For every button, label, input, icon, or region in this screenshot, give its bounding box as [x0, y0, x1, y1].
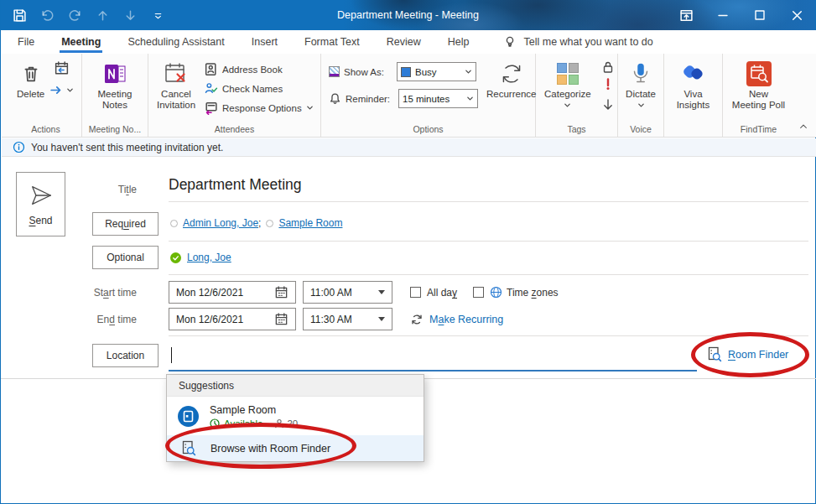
- undo-icon: [40, 8, 55, 23]
- save-button[interactable]: [9, 5, 29, 25]
- minimize-icon: [716, 8, 730, 22]
- attendee-link[interactable]: Sample Room: [278, 217, 342, 229]
- tab-review[interactable]: Review: [383, 30, 424, 54]
- move-up-button[interactable]: [92, 5, 112, 25]
- calendar-arrow-icon: [54, 60, 70, 76]
- attendee-link[interactable]: Long, Joe: [187, 252, 231, 263]
- viva-insights-button[interactable]: Viva Insights: [664, 54, 722, 111]
- send-button[interactable]: Send: [16, 172, 65, 236]
- new-meeting-poll-icon: [746, 60, 772, 87]
- address-book-label: Address Book: [222, 65, 283, 75]
- redo-icon: [68, 8, 82, 23]
- tab-insert[interactable]: Insert: [248, 30, 281, 54]
- all-day-checkbox[interactable]: [410, 287, 421, 298]
- ribbon-display-options-button[interactable]: [668, 0, 704, 30]
- categorize-button[interactable]: Categorize: [544, 54, 591, 112]
- divider: [169, 274, 808, 275]
- divider: [169, 201, 808, 202]
- redo-button[interactable]: [65, 5, 85, 25]
- ribbon-group-options: Show As: Busy Reminder: 15 minutes: [321, 54, 536, 137]
- tab-scheduling-assistant[interactable]: Scheduling Assistant: [124, 30, 227, 54]
- required-attendees: Admin Long, Joe; Sample Room: [170, 217, 342, 229]
- high-importance-icon: [601, 77, 615, 91]
- cancel-invitation-icon: [164, 61, 189, 86]
- optional-button[interactable]: Optional: [92, 246, 159, 269]
- location-button[interactable]: Location: [92, 344, 159, 367]
- cancel-invitation-button[interactable]: Cancel Invitation: [157, 54, 195, 117]
- private-button[interactable]: [601, 60, 615, 74]
- forward-button[interactable]: [49, 84, 74, 96]
- ribbon-group-viva: Viva Insights: [664, 54, 723, 137]
- show-as-icon: [329, 66, 340, 77]
- reminder-select[interactable]: 15 minutes: [398, 89, 478, 108]
- required-button[interactable]: Required: [92, 212, 159, 236]
- location-input[interactable]: [169, 344, 697, 369]
- globe-icon: [490, 286, 502, 299]
- maximize-button[interactable]: [741, 0, 778, 30]
- check-names-button[interactable]: Check Names: [204, 79, 314, 98]
- available-check-icon: [170, 252, 181, 263]
- low-importance-button[interactable]: [601, 98, 615, 112]
- end-time-value: 11:30 AM: [310, 314, 352, 325]
- attendee-link[interactable]: Admin Long, Joe: [183, 217, 258, 229]
- tab-meeting[interactable]: Meeting: [58, 30, 104, 54]
- tab-label: Insert: [252, 36, 278, 48]
- arrow-down-icon: [123, 8, 138, 23]
- move-down-button[interactable]: [120, 5, 140, 25]
- show-as-select[interactable]: Busy: [397, 62, 476, 81]
- calendar-icon: [274, 312, 288, 326]
- high-importance-button[interactable]: [601, 77, 615, 95]
- tab-file[interactable]: File: [14, 30, 38, 54]
- annotation-circle-browse-room-finder: [165, 423, 356, 469]
- close-button[interactable]: [778, 0, 815, 30]
- location-label: Location: [107, 350, 144, 361]
- chevron-up-icon: [798, 122, 808, 132]
- undo-button[interactable]: [37, 5, 57, 25]
- ribbon: Delete Actions: [2, 54, 816, 138]
- tab-help[interactable]: Help: [444, 30, 473, 54]
- collapse-ribbon-button[interactable]: [796, 120, 811, 133]
- delete-button[interactable]: Delete: [17, 54, 44, 100]
- response-options-button[interactable]: Response Options: [204, 98, 314, 117]
- recurrence-button[interactable]: Recurrence: [486, 54, 536, 108]
- lock-icon: [601, 60, 615, 74]
- make-recurring-link[interactable]: Make Recurring: [410, 313, 503, 326]
- window-controls: [668, 0, 815, 30]
- meeting-notes-label: Meeting: [98, 89, 133, 100]
- divider: [169, 335, 808, 336]
- presence-icon: [266, 220, 273, 227]
- address-book-button[interactable]: Address Book: [204, 60, 314, 79]
- group-label-tags: Tags: [536, 124, 617, 134]
- meeting-notes-button[interactable]: Meeting Notes: [82, 54, 148, 111]
- divider: [169, 241, 808, 242]
- copy-to-calendar-button[interactable]: [54, 60, 70, 76]
- maximize-icon: [753, 8, 767, 22]
- minimize-button[interactable]: [704, 0, 741, 30]
- tell-me-box[interactable]: Tell me what you want to do: [503, 35, 653, 49]
- dictate-button[interactable]: Dictate: [618, 54, 663, 109]
- tab-format-text[interactable]: Format Text: [301, 30, 363, 54]
- ribbon-tab-bar: File Meeting Scheduling Assistant Insert…: [2, 30, 816, 54]
- optional-attendees: Long, Joe: [170, 252, 231, 263]
- end-date-value: Mon 12/6/2021: [176, 314, 243, 325]
- categorize-label: Categorize: [544, 89, 591, 100]
- recurring-icon: [410, 313, 424, 326]
- categorize-icon: [557, 63, 579, 85]
- start-time-field[interactable]: 11:00 AM: [303, 281, 392, 304]
- title-label: Title: [34, 184, 137, 195]
- title-value[interactable]: Department Meeting: [169, 176, 302, 194]
- viva-insights-label: Insights: [677, 100, 710, 111]
- customize-qat-button[interactable]: [148, 5, 168, 25]
- trash-icon: [21, 63, 41, 85]
- new-meeting-poll-button[interactable]: New Meeting Poll: [723, 54, 794, 111]
- send-label: Send: [29, 215, 52, 226]
- start-date-field[interactable]: Mon 12/6/2021: [169, 281, 296, 304]
- end-time-field[interactable]: 11:30 AM: [303, 308, 392, 330]
- low-importance-icon: [601, 98, 615, 112]
- all-day-label: All day: [427, 287, 457, 299]
- busy-color-swatch: [401, 67, 411, 77]
- end-date-field[interactable]: Mon 12/6/2021: [169, 308, 296, 330]
- time-zones-checkbox[interactable]: [473, 287, 484, 298]
- show-as-value: Busy: [415, 67, 460, 77]
- viva-insights-label: Viva: [683, 89, 702, 100]
